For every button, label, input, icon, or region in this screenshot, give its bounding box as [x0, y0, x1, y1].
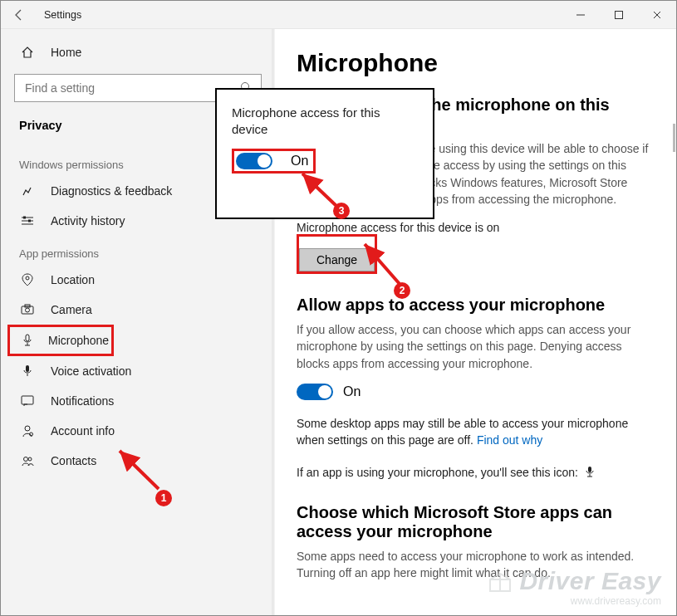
microphone-icon	[22, 334, 33, 347]
annotation-badge-2: 2	[394, 282, 410, 299]
mic-indicator-icon	[585, 465, 595, 482]
section3-body: Some apps need to access your microphone…	[297, 548, 655, 582]
svg-line-30	[302, 174, 337, 207]
svg-rect-14	[26, 335, 29, 341]
svg-rect-8	[23, 217, 26, 219]
voice-icon	[19, 364, 36, 378]
diagnostics-icon	[19, 184, 36, 198]
section2-body: If you allow access, you can choose whic…	[297, 321, 655, 372]
location-icon	[19, 273, 36, 286]
contacts-icon	[19, 455, 36, 467]
sidebar-item-label: Diagnostics & feedback	[51, 184, 172, 198]
svg-rect-1	[616, 11, 623, 18]
scrollbar-thumb[interactable]	[673, 124, 675, 152]
section2-heading: Allow apps to access your microphone	[297, 296, 655, 315]
svg-line-29	[365, 244, 400, 284]
camera-icon	[19, 304, 36, 315]
svg-rect-9	[28, 220, 31, 222]
desktop-note: Some desktop apps may still be able to a…	[297, 415, 655, 449]
sidebar-item-camera[interactable]: Camera	[1, 295, 275, 325]
sidebar-item-voice[interactable]: Voice activation	[1, 356, 275, 386]
home-icon	[19, 46, 36, 59]
sidebar-item-microphone[interactable]: Microphone	[7, 325, 114, 356]
sidebar-item-label: Location	[51, 273, 95, 286]
annotation-badge-1: 1	[155, 490, 172, 506]
annotation-badge-3: 3	[333, 203, 350, 219]
svg-point-23	[24, 457, 28, 462]
back-button[interactable]	[1, 1, 37, 29]
sidebar-item-label: Microphone	[48, 334, 109, 347]
svg-rect-19	[22, 396, 33, 404]
find-out-why-link[interactable]: Find out why	[477, 433, 542, 447]
sidebar-item-label: Account info	[51, 424, 115, 438]
section1-status: Microphone access for this device is on	[297, 221, 655, 234]
minimize-button[interactable]	[562, 1, 600, 29]
svg-rect-17	[26, 365, 29, 372]
window-controls	[562, 1, 676, 29]
allow-apps-toggle-row: On	[297, 384, 655, 400]
sidebar-item-location[interactable]: Location	[1, 265, 275, 295]
sidebar-item-label: Activity history	[51, 214, 125, 227]
page-title: Microphone	[297, 49, 655, 77]
svg-point-10	[26, 276, 29, 280]
popup-toggle[interactable]	[236, 153, 272, 169]
close-button[interactable]	[638, 1, 676, 29]
svg-text:i: i	[30, 433, 31, 437]
sidebar-item-label: Notifications	[51, 394, 114, 408]
svg-point-24	[28, 457, 32, 461]
svg-point-12	[26, 308, 30, 312]
sidebar-item-label: Contacts	[51, 454, 96, 467]
notifications-icon	[19, 395, 36, 407]
sidebar-item-label: Voice activation	[51, 364, 131, 378]
toggle-state: On	[343, 384, 361, 399]
titlebar: Settings	[1, 1, 676, 29]
home-label: Home	[51, 46, 81, 59]
app-perm-label: App permissions	[1, 236, 275, 265]
svg-point-20	[25, 426, 30, 431]
search-input[interactable]	[23, 81, 239, 95]
window-title: Settings	[44, 9, 562, 21]
maximize-button[interactable]	[600, 1, 638, 29]
activity-icon	[19, 214, 36, 227]
svg-rect-25	[588, 467, 591, 472]
sidebar-item-notifications[interactable]: Notifications	[1, 386, 275, 416]
allow-apps-toggle[interactable]	[297, 384, 333, 400]
svg-line-28	[120, 451, 159, 489]
home-nav[interactable]: Home	[1, 37, 275, 67]
popup-title: Microphone access for this device	[232, 105, 418, 137]
sidebar-item-label: Camera	[51, 303, 92, 316]
icon-note: If an app is using your microphone, you'…	[297, 464, 655, 482]
section3-heading: Choose which Microsoft Store apps can ac…	[297, 503, 655, 541]
account-icon: i	[19, 424, 36, 438]
